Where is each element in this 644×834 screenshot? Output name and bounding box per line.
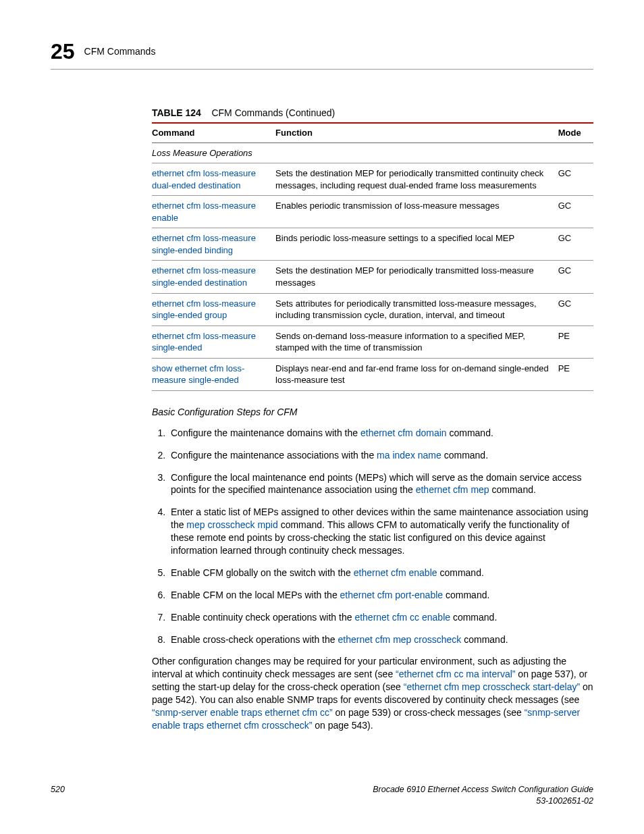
command-link[interactable]: ethernet cfm loss-measure single-ended g… [152, 298, 256, 321]
list-item: Enter a static list of MEPs assigned to … [168, 506, 593, 557]
steps-heading: Basic Configuration Steps for CFM [152, 406, 593, 419]
mode-cell: GC [558, 196, 593, 228]
cmd-link[interactable]: ethernet cfm domain [360, 427, 447, 438]
mode-cell: PE [558, 358, 593, 390]
running-header: 25 CFM Commands [51, 37, 593, 70]
chapter-number: 25 [51, 37, 75, 66]
list-item: Enable CFM on the local MEPs with the et… [168, 589, 593, 602]
table-row: ethernet cfm loss-measure single-ended g… [152, 293, 593, 325]
mode-cell: PE [558, 325, 593, 358]
function-cell: Sends on-demand loss-measure information… [275, 325, 558, 358]
command-link[interactable]: ethernet cfm loss-measure single-ended d… [152, 265, 256, 288]
table-label: TABLE 124 [152, 107, 201, 118]
function-cell: Displays near-end and far-end frame loss… [275, 358, 558, 390]
cmd-link[interactable]: ethernet cfm mep [416, 484, 489, 495]
cmd-link[interactable]: ethernet cfm enable [354, 567, 437, 578]
table-row: show ethernet cfm loss-measure single-en… [152, 358, 593, 390]
cmd-link[interactable]: ethernet cfm mep crosscheck [338, 634, 461, 645]
closing-paragraph: Other configuration changes may be requi… [152, 655, 593, 731]
mode-cell: GC [558, 228, 593, 261]
table-row: ethernet cfm loss-measure single-ended S… [152, 325, 593, 358]
cmd-link[interactable]: ma index name [377, 450, 441, 461]
command-link[interactable]: ethernet cfm loss-measure enable [152, 201, 256, 223]
col-mode: Mode [558, 123, 593, 142]
mode-cell: GC [558, 163, 593, 196]
table-row: ethernet cfm loss-measure single-ended d… [152, 261, 593, 293]
list-item: Configure the maintenance associations w… [168, 449, 593, 462]
function-cell: Binds periodic loss-measure settings to … [275, 228, 558, 261]
cmd-link[interactable]: ethernet cfm cc enable [354, 612, 450, 623]
cmd-link[interactable]: ethernet cfm port-enable [340, 590, 444, 600]
list-item: Enable CFM globally on the switch with t… [168, 567, 593, 579]
table-caption-text: CFM Commands (Continued) [211, 107, 335, 118]
table-row: ethernet cfm loss-measure dual-ended des… [152, 163, 593, 196]
table-row: ethernet cfm loss-measure single-ended b… [152, 228, 593, 261]
cmd-link[interactable]: mep crosscheck mpid [186, 519, 277, 530]
list-item: Configure the local maintenance end poin… [168, 471, 593, 497]
config-steps: Configure the maintenance domains with t… [152, 427, 593, 646]
list-item: Enable continuity check operations with … [168, 611, 593, 624]
list-item: Configure the maintenance domains with t… [168, 427, 593, 440]
function-cell: Sets attributes for periodically transmi… [275, 293, 558, 325]
xref-link[interactable]: “snmp-server enable traps ethernet cfm c… [152, 707, 333, 718]
chapter-title: CFM Commands [84, 45, 156, 58]
table-caption: TABLE 124 CFM Commands (Continued) [152, 107, 593, 120]
command-link[interactable]: show ethernet cfm loss-measure single-en… [152, 363, 244, 386]
function-cell: Enables periodic transmission of loss-me… [275, 196, 558, 228]
table-row: ethernet cfm loss-measure enable Enables… [152, 196, 593, 228]
table-section-row: Loss Measure Operations [152, 142, 593, 163]
col-function: Function [275, 123, 558, 142]
function-cell: Sets the destination MEP for periodicall… [275, 261, 558, 293]
xref-link[interactable]: “ethernet cfm mep crosscheck start-delay… [404, 681, 580, 692]
function-cell: Sets the destination MEP for periodicall… [275, 163, 558, 196]
mode-cell: GC [558, 261, 593, 293]
command-link[interactable]: ethernet cfm loss-measure dual-ended des… [152, 168, 256, 190]
page-content: TABLE 124 CFM Commands (Continued) Comma… [152, 107, 593, 732]
col-command: Command [152, 123, 275, 142]
mode-cell: GC [558, 293, 593, 325]
command-link[interactable]: ethernet cfm loss-measure single-ended b… [152, 233, 256, 255]
commands-table: Command Function Mode Loss Measure Opera… [152, 122, 593, 391]
section-label: Loss Measure Operations [152, 142, 275, 163]
xref-link[interactable]: “ethernet cfm cc ma interval” [396, 669, 515, 679]
list-item: Enable cross-check operations with the e… [168, 633, 593, 646]
command-link[interactable]: ethernet cfm loss-measure single-ended [152, 331, 256, 353]
